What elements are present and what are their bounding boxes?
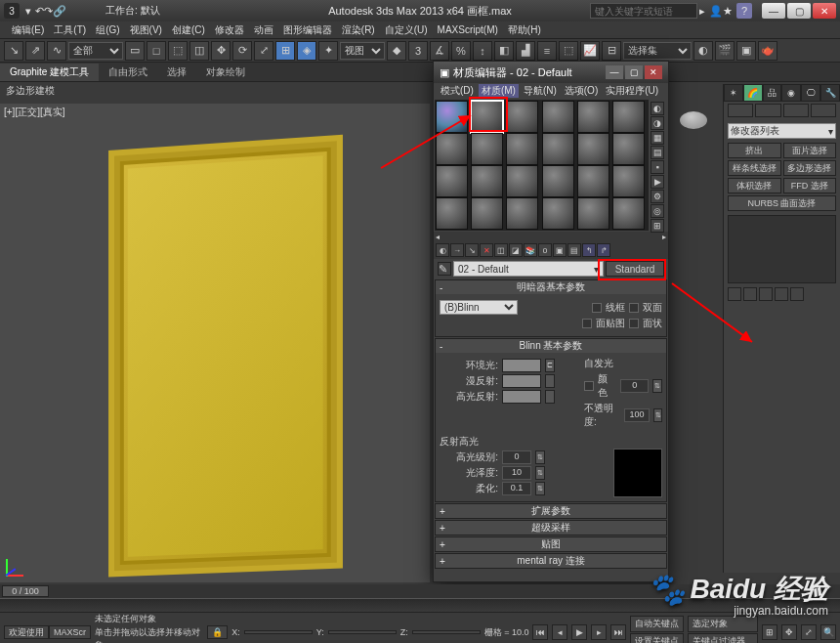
rollup-header[interactable]: mental ray 连接 (436, 554, 666, 568)
unlink-icon[interactable]: ⇗ (25, 41, 45, 61)
assign-to-sel-icon[interactable]: ↘ (465, 243, 479, 257)
tab-utilities-icon[interactable]: 🔧 (820, 84, 840, 102)
reference-coord-icon[interactable]: ⊞ (275, 41, 295, 61)
next-frame-icon[interactable]: ▸ (591, 624, 607, 640)
material-slot[interactable] (506, 165, 538, 197)
menu-item[interactable]: MAXScript(M) (434, 23, 502, 36)
search-go-icon[interactable]: ▸ (699, 5, 705, 18)
spec-level-spinner[interactable]: 0 (502, 450, 531, 464)
rollup-header[interactable]: Blinn 基本参数 (436, 339, 666, 353)
minimize-button[interactable]: — (606, 65, 623, 79)
selfillum-spinner[interactable]: 0 (620, 379, 649, 393)
selection-filter[interactable]: 全部 (68, 42, 123, 60)
render-icon[interactable]: 🫖 (758, 41, 777, 61)
selection-region-icon[interactable]: ⬚ (168, 41, 188, 61)
curve-editor-icon[interactable]: 📈 (580, 41, 600, 61)
material-slot[interactable] (436, 101, 468, 133)
layers-icon[interactable]: ⬚ (559, 41, 578, 61)
mod-button[interactable]: 体积选择 (728, 178, 781, 193)
material-slot[interactable] (577, 101, 609, 133)
mod-button[interactable]: NURBS 曲面选择 (728, 195, 836, 211)
select-rotate-icon[interactable]: ⟳ (232, 41, 252, 61)
slots-3x2-icon[interactable]: ⊞ (651, 219, 664, 233)
key-filter-button[interactable]: 关键点过滤器... (688, 633, 758, 644)
material-slot-selected[interactable] (471, 101, 503, 133)
material-slot[interactable] (471, 197, 503, 230)
menu-item[interactable]: 实用程序(U) (603, 84, 661, 98)
ambient-swatch[interactable] (502, 359, 541, 372)
y-coord[interactable] (328, 630, 397, 634)
material-slot[interactable] (542, 165, 574, 197)
autokey-button[interactable]: 自动关键点 (630, 616, 684, 632)
ribbon-tab-paint[interactable]: 对象绘制 (196, 64, 255, 81)
material-slot[interactable] (612, 133, 645, 165)
remove-mod-icon[interactable] (775, 287, 788, 301)
get-material-icon[interactable]: ◐ (436, 243, 449, 257)
material-slot[interactable] (612, 197, 645, 230)
rollup-header[interactable]: 明暗器基本参数 (436, 280, 666, 294)
ribbon-tab-freeform[interactable]: 自由形式 (99, 64, 157, 81)
face-map-checkbox[interactable] (582, 319, 592, 328)
menu-item[interactable]: 工具(T) (50, 22, 90, 38)
material-slot[interactable] (542, 101, 574, 133)
select-name-icon[interactable]: □ (147, 41, 166, 61)
material-slot[interactable] (471, 133, 503, 165)
menu-item[interactable]: 编辑(E) (8, 22, 48, 38)
put-to-scene-icon[interactable]: → (450, 243, 464, 257)
reset-map-icon[interactable]: ✕ (480, 243, 493, 257)
map-button[interactable] (545, 374, 555, 388)
pivot-icon[interactable]: ◆ (387, 41, 406, 61)
sample-uv-icon[interactable]: ▤ (651, 146, 664, 159)
cat-icon[interactable] (783, 104, 809, 117)
viewport-nav-icon[interactable]: ✥ (781, 624, 797, 640)
select-scale-icon[interactable]: ⤢ (254, 41, 273, 61)
qat-arrow-icon[interactable]: ▾ (25, 5, 31, 18)
video-check-icon[interactable]: ▪ (651, 160, 664, 174)
preview-icon[interactable]: ▶ (651, 175, 664, 189)
menu-item[interactable]: 视图(V) (126, 22, 166, 38)
material-slot[interactable] (542, 133, 574, 165)
restore-button[interactable]: ▢ (787, 3, 811, 19)
tab-modify-icon[interactable]: 🌈 (743, 84, 763, 102)
show-end-icon[interactable]: ▤ (567, 243, 581, 257)
align-icon[interactable]: ≡ (537, 41, 557, 61)
x-coord[interactable] (244, 630, 313, 634)
menu-item[interactable]: 选项(O) (562, 84, 601, 98)
prev-frame-icon[interactable]: ◂ (552, 624, 567, 640)
mat-id-icon[interactable]: 0 (538, 243, 552, 257)
shader-type-dropdown[interactable]: (B)Blinn (440, 300, 518, 315)
mirror-icon[interactable]: ▟ (516, 41, 535, 61)
cat-icon[interactable] (811, 104, 836, 117)
app-logo[interactable]: 3 (4, 3, 20, 19)
spinner-snap-icon[interactable]: ↕ (473, 41, 492, 61)
material-slot[interactable] (612, 165, 645, 197)
favorite-icon[interactable]: ★ (723, 5, 733, 18)
manipulate-icon[interactable]: ✦ (318, 41, 338, 61)
viewport-label[interactable]: [+][正交][真实] (4, 106, 65, 119)
show-end-icon[interactable] (743, 287, 757, 301)
menu-item[interactable]: 渲染(R) (338, 22, 379, 38)
redo-icon[interactable]: ↷ (44, 5, 53, 18)
tab-display-icon[interactable]: 🖵 (801, 84, 820, 102)
pin-stack-icon[interactable] (728, 287, 741, 301)
time-thumb[interactable]: 0 / 100 (2, 585, 49, 597)
material-editor-icon[interactable]: ◐ (693, 41, 713, 61)
workspace-label[interactable]: 工作台: 默认 (105, 4, 160, 18)
scroll-right-icon[interactable]: ▸ (662, 233, 666, 241)
cat-icon[interactable] (755, 104, 780, 117)
use-center-icon[interactable]: ◈ (297, 41, 316, 61)
modifier-list-dropdown[interactable]: 修改器列表▾ (728, 123, 836, 139)
options-icon[interactable]: ⚙ (651, 190, 664, 203)
viewport-nav-icon[interactable]: ⤢ (801, 624, 817, 640)
select-icon[interactable]: ▭ (125, 41, 145, 61)
mod-button[interactable]: 面片选择 (783, 143, 837, 158)
rollup-header[interactable]: 贴图 (436, 537, 666, 551)
close-button[interactable]: ✕ (813, 3, 836, 19)
maximize-button[interactable]: ▢ (625, 65, 643, 79)
schematic-icon[interactable]: ⊟ (602, 41, 621, 61)
viewcube-shade[interactable] (672, 98, 715, 137)
pick-material-icon[interactable]: ✎ (438, 262, 451, 276)
soften-spinner[interactable]: 0.1 (502, 482, 531, 495)
z-coord[interactable] (412, 630, 481, 634)
make-copy-icon[interactable]: ◫ (494, 243, 508, 257)
